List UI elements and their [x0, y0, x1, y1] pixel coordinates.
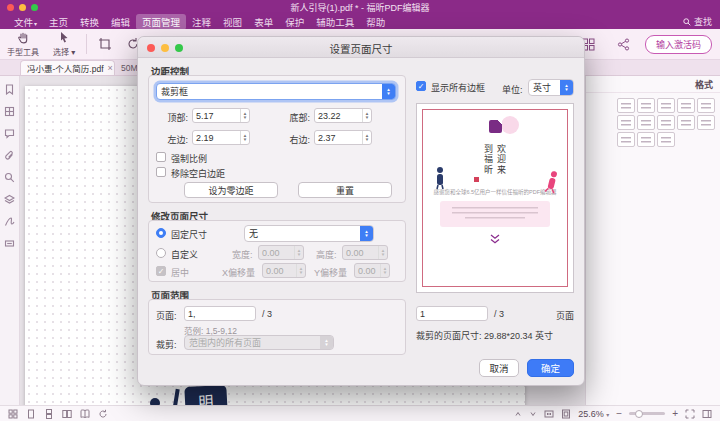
reading-mode-icon[interactable]	[702, 409, 712, 419]
zero-margin-button[interactable]: 设为零边距	[184, 182, 278, 198]
menu-convert[interactable]: 转换	[74, 14, 105, 30]
fullscreen-icon[interactable]	[685, 409, 695, 419]
remove-white-margin-checkbox[interactable]	[156, 167, 166, 177]
form-field-icon[interactable]	[4, 238, 15, 249]
menu-protect[interactable]: 保护	[279, 14, 310, 30]
facing-pages-icon[interactable]	[62, 409, 72, 419]
stepper-arrows-icon: ▲▼	[360, 226, 373, 241]
force-ratio-checkbox[interactable]	[156, 152, 166, 162]
stepper-arrows-icon[interactable]: ▲▼	[240, 131, 249, 144]
menu-bar: 文件▾ 主页 转换 编辑 页面管理 注释 视图 表单 保护 辅助工具 帮助 查找	[0, 14, 720, 29]
show-all-boxes-checkbox[interactable]: ✓	[416, 81, 426, 91]
distribute-horizontal-icon[interactable]	[637, 115, 655, 130]
ok-button[interactable]: 确定	[527, 359, 574, 377]
page-range-field[interactable]: 1,	[184, 306, 256, 321]
menu-form[interactable]: 表单	[248, 14, 279, 30]
align-right-icon[interactable]	[657, 98, 675, 113]
cancel-button[interactable]: 取消	[479, 359, 519, 377]
custom-size-radio[interactable]	[156, 248, 166, 258]
height-label: 高度:	[316, 248, 337, 261]
align-bottom-icon[interactable]	[617, 115, 635, 130]
height-field: 0.00 ▲▼	[342, 245, 388, 260]
preview-text-block	[440, 201, 550, 227]
hand-tool-button[interactable]: 手型工具	[0, 29, 46, 59]
align-left-icon[interactable]	[617, 98, 635, 113]
chevron-double-down-icon	[489, 234, 501, 245]
thumbnail-view-icon[interactable]	[8, 409, 18, 419]
bottom-margin-field[interactable]: 23.22 ▲▼	[314, 108, 372, 123]
rotate-view-icon[interactable]	[98, 409, 108, 419]
enter-activation-code-button[interactable]: 输入激活码	[645, 35, 712, 54]
single-page-icon[interactable]	[26, 409, 36, 419]
fit-width-icon[interactable]	[544, 409, 554, 419]
preview-page-word: 页面	[546, 309, 574, 322]
select-tool-button[interactable]: 选择 ▾	[46, 29, 82, 59]
crop-pages-button[interactable]	[91, 29, 119, 59]
center-checkbox: ✓	[156, 266, 166, 276]
unit-label: 单位:	[502, 83, 523, 96]
crop-scope-dropdown: 范围内的所有页面 ▲▼	[184, 335, 334, 350]
box-type-dropdown[interactable]: 裁剪框 ▲▼	[156, 83, 396, 100]
send-back-icon[interactable]	[637, 132, 655, 147]
equal-height-icon[interactable]	[697, 115, 715, 130]
zoom-level[interactable]: 25.6% ▾	[578, 409, 609, 419]
zoom-slider[interactable]	[629, 412, 665, 415]
left-margin-field[interactable]: 2.19 ▲▼	[192, 130, 250, 145]
stepper-arrows-icon: ▲▼	[294, 246, 303, 259]
stepper-arrows-icon: ▲▼	[382, 84, 395, 99]
crop-box-outline[interactable]: 欢迎来到福昕 感谢您和全球6.5亿用户一样信任福昕的PDF编辑器	[422, 109, 568, 287]
zoom-out-button[interactable]: −	[616, 409, 622, 419]
top-margin-field[interactable]: 5.17 ▲▼	[192, 108, 250, 123]
distribute-vertical-icon[interactable]	[657, 115, 675, 130]
reset-button[interactable]: 重置	[298, 182, 392, 198]
page-thumbnails-icon[interactable]	[4, 106, 15, 117]
red-seal-decoration	[474, 177, 479, 182]
rotate-object-icon[interactable]	[657, 132, 675, 147]
menu-page-management[interactable]: 页面管理	[136, 14, 186, 30]
fixed-size-dropdown[interactable]: 无 ▲▼	[244, 225, 374, 242]
previous-page-icon[interactable]	[514, 410, 522, 418]
next-page-icon[interactable]	[529, 410, 537, 418]
menu-file[interactable]: 文件▾	[8, 14, 43, 30]
bookmark-icon[interactable]	[4, 84, 15, 95]
find-button[interactable]: 查找	[683, 15, 712, 28]
close-tab-icon[interactable]: ×	[108, 63, 113, 73]
align-hcenter-icon[interactable]	[637, 98, 655, 113]
bring-front-icon[interactable]	[617, 132, 635, 147]
fixed-size-radio[interactable]	[156, 228, 166, 238]
preview-page-total: / 3	[494, 309, 504, 319]
layers-icon[interactable]	[4, 194, 15, 205]
unit-dropdown[interactable]: 英寸 ▲▼	[528, 79, 574, 96]
arrange-icon-grid	[617, 98, 717, 147]
menu-comment[interactable]: 注释	[186, 14, 217, 30]
book-view-icon[interactable]	[80, 409, 90, 419]
equal-width-icon[interactable]	[677, 115, 695, 130]
menu-home[interactable]: 主页	[43, 14, 74, 30]
page-art-glyph: 明	[184, 385, 227, 405]
menu-accessibility[interactable]: 辅助工具	[310, 14, 360, 30]
fit-page-icon[interactable]	[561, 409, 571, 419]
menu-view[interactable]: 视图	[217, 14, 248, 30]
zoom-in-button[interactable]: +	[672, 409, 678, 419]
align-top-icon[interactable]	[677, 98, 695, 113]
align-vcenter-icon[interactable]	[697, 98, 715, 113]
left-margin-label: 左边:	[152, 133, 188, 146]
preview-page-field[interactable]: 1	[416, 306, 488, 321]
format-panel-header[interactable]: 格式	[586, 76, 720, 93]
show-all-boxes-label: 显示所有边框	[431, 81, 485, 94]
stepper-arrows-icon[interactable]: ▲▼	[362, 109, 371, 122]
menu-edit[interactable]: 编辑	[105, 14, 136, 30]
right-margin-field[interactable]: 2.37 ▲▼	[314, 130, 372, 145]
search-icon[interactable]	[4, 172, 15, 183]
page-art-dot	[150, 398, 160, 405]
document-tab-active[interactable]: 冯小惠-个人简历.pdf ×	[20, 60, 115, 75]
signature-icon[interactable]	[4, 216, 15, 227]
stepper-arrows-icon[interactable]: ▲▼	[240, 109, 249, 122]
menu-help[interactable]: 帮助	[360, 14, 391, 30]
attachment-icon[interactable]	[4, 150, 15, 161]
continuous-page-icon[interactable]	[44, 409, 54, 419]
share-button[interactable]	[610, 38, 637, 51]
stepper-arrows-icon[interactable]: ▲▼	[362, 131, 371, 144]
zoom-slider-knob[interactable]	[635, 410, 643, 418]
comment-icon[interactable]	[4, 128, 15, 139]
